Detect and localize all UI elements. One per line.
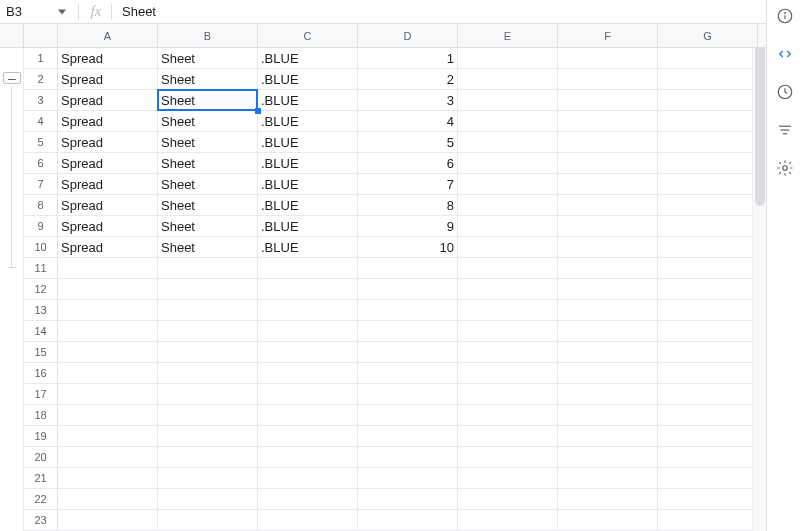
cell[interactable] bbox=[558, 237, 658, 258]
cell[interactable] bbox=[58, 384, 158, 405]
cell[interactable]: Spread bbox=[58, 174, 158, 195]
formula-input[interactable]: Sheet bbox=[120, 4, 766, 19]
cell[interactable] bbox=[358, 258, 458, 279]
cell[interactable] bbox=[658, 195, 758, 216]
cell[interactable]: .BLUE bbox=[258, 153, 358, 174]
cell[interactable] bbox=[58, 321, 158, 342]
cell[interactable]: .BLUE bbox=[258, 111, 358, 132]
cell[interactable] bbox=[658, 510, 758, 531]
cell[interactable] bbox=[458, 468, 558, 489]
cell[interactable] bbox=[658, 237, 758, 258]
cell[interactable] bbox=[158, 489, 258, 510]
col-header-F[interactable]: F bbox=[558, 24, 658, 48]
cell[interactable]: .BLUE bbox=[258, 174, 358, 195]
row-header-18[interactable]: 18 bbox=[24, 405, 58, 426]
cell[interactable] bbox=[558, 174, 658, 195]
row-header-15[interactable]: 15 bbox=[24, 342, 58, 363]
cell[interactable] bbox=[458, 342, 558, 363]
cell[interactable] bbox=[58, 426, 158, 447]
cell[interactable]: 2 bbox=[358, 69, 458, 90]
cell[interactable] bbox=[658, 132, 758, 153]
cell[interactable] bbox=[158, 510, 258, 531]
vertical-scroll-thumb[interactable] bbox=[755, 26, 765, 206]
row-header-16[interactable]: 16 bbox=[24, 363, 58, 384]
cell[interactable]: Sheet bbox=[158, 111, 258, 132]
row-header-9[interactable]: 9 bbox=[24, 216, 58, 237]
cell[interactable]: .BLUE bbox=[258, 48, 358, 69]
cell[interactable] bbox=[458, 90, 558, 111]
cell[interactable] bbox=[358, 510, 458, 531]
cell[interactable]: Spread bbox=[58, 132, 158, 153]
cell[interactable]: .BLUE bbox=[258, 90, 358, 111]
cell[interactable]: 6 bbox=[358, 153, 458, 174]
cell[interactable] bbox=[258, 321, 358, 342]
cell[interactable] bbox=[258, 426, 358, 447]
cell[interactable] bbox=[358, 321, 458, 342]
cell[interactable] bbox=[658, 216, 758, 237]
cell[interactable] bbox=[458, 300, 558, 321]
row-header-17[interactable]: 17 bbox=[24, 384, 58, 405]
cell[interactable] bbox=[158, 258, 258, 279]
cell[interactable] bbox=[258, 510, 358, 531]
cell[interactable]: 3 bbox=[358, 90, 458, 111]
row-header-3[interactable]: 3 bbox=[24, 90, 58, 111]
col-header-A[interactable]: A bbox=[58, 24, 158, 48]
cell[interactable] bbox=[458, 489, 558, 510]
cell[interactable] bbox=[558, 69, 658, 90]
cell[interactable] bbox=[358, 300, 458, 321]
cell[interactable] bbox=[358, 468, 458, 489]
cell[interactable]: 5 bbox=[358, 132, 458, 153]
cell[interactable]: Spread bbox=[58, 69, 158, 90]
cell[interactable] bbox=[458, 258, 558, 279]
col-header-E[interactable]: E bbox=[458, 24, 558, 48]
cell[interactable] bbox=[358, 426, 458, 447]
cells-area[interactable]: SpreadSheet.BLUE1SpreadSheet.BLUE2Spread… bbox=[58, 48, 766, 531]
cell[interactable] bbox=[458, 216, 558, 237]
row-headers[interactable]: 1234567891011121314151617181920212223 bbox=[24, 48, 58, 531]
cell[interactable] bbox=[558, 363, 658, 384]
filter-lines-icon[interactable] bbox=[775, 120, 795, 140]
row-header-4[interactable]: 4 bbox=[24, 111, 58, 132]
cell[interactable] bbox=[458, 195, 558, 216]
cell[interactable] bbox=[458, 153, 558, 174]
row-header-5[interactable]: 5 bbox=[24, 132, 58, 153]
cell[interactable] bbox=[558, 342, 658, 363]
cell[interactable] bbox=[558, 510, 658, 531]
row-header-6[interactable]: 6 bbox=[24, 153, 58, 174]
cell[interactable] bbox=[358, 489, 458, 510]
cell[interactable] bbox=[58, 258, 158, 279]
cell[interactable] bbox=[158, 405, 258, 426]
cell[interactable] bbox=[358, 279, 458, 300]
cell[interactable] bbox=[358, 363, 458, 384]
cell[interactable]: Spread bbox=[58, 216, 158, 237]
cell[interactable] bbox=[458, 321, 558, 342]
cell[interactable] bbox=[558, 216, 658, 237]
select-all-corner[interactable] bbox=[0, 24, 24, 48]
cell[interactable] bbox=[358, 384, 458, 405]
cell[interactable]: .BLUE bbox=[258, 237, 358, 258]
name-box[interactable]: B3 bbox=[0, 4, 52, 19]
cell[interactable] bbox=[258, 489, 358, 510]
cell[interactable]: 9 bbox=[358, 216, 458, 237]
cell[interactable] bbox=[558, 468, 658, 489]
cell[interactable]: .BLUE bbox=[258, 216, 358, 237]
cell[interactable] bbox=[58, 342, 158, 363]
name-box-dropdown[interactable] bbox=[52, 9, 72, 15]
cell[interactable] bbox=[658, 90, 758, 111]
cell[interactable]: Spread bbox=[58, 48, 158, 69]
cell[interactable] bbox=[158, 300, 258, 321]
cell[interactable] bbox=[258, 279, 358, 300]
cell[interactable] bbox=[158, 279, 258, 300]
cell[interactable]: .BLUE bbox=[258, 195, 358, 216]
gear-icon[interactable] bbox=[775, 158, 795, 178]
row-header-11[interactable]: 11 bbox=[24, 258, 58, 279]
row-header-20[interactable]: 20 bbox=[24, 447, 58, 468]
row-header-19[interactable]: 19 bbox=[24, 426, 58, 447]
cell[interactable]: Sheet bbox=[158, 237, 258, 258]
row-header-10[interactable]: 10 bbox=[24, 237, 58, 258]
cell[interactable] bbox=[58, 405, 158, 426]
cell[interactable] bbox=[358, 405, 458, 426]
row-header-2[interactable]: 2 bbox=[24, 69, 58, 90]
cell[interactable]: 10 bbox=[358, 237, 458, 258]
cell[interactable] bbox=[558, 405, 658, 426]
